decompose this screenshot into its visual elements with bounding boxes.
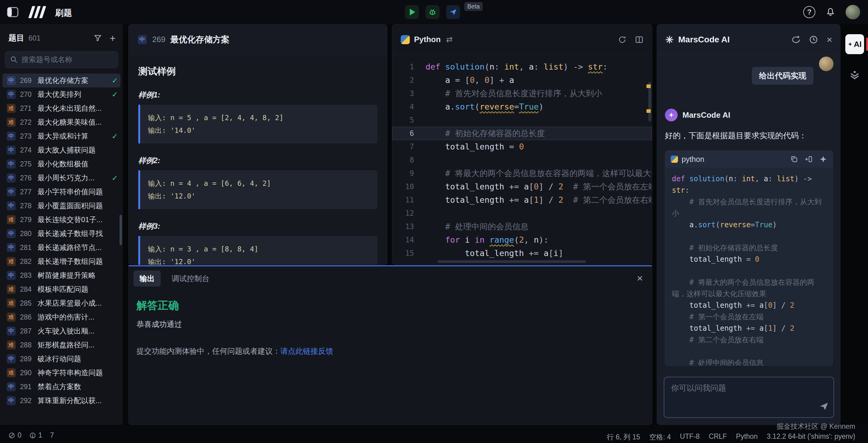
difficulty-badge: 中 xyxy=(7,76,16,85)
problem-list-item[interactable]: 难284模板串匹配问题 xyxy=(0,282,123,296)
errors-indicator[interactable]: 0 xyxy=(8,431,22,439)
code-line[interactable]: 6 # 初始化存储容器的总长度 xyxy=(392,127,652,140)
problem-list-item[interactable]: 中291禁着点方案数 xyxy=(0,380,123,394)
ai-toolbar-button[interactable]: AI xyxy=(845,34,864,54)
ai-code-line xyxy=(672,265,826,277)
status-item[interactable]: Python xyxy=(736,433,758,442)
problem-list-item[interactable]: 中292算珠重新分配以获... xyxy=(0,394,123,408)
problem-list-item[interactable]: 难290神奇字符串构造问题 xyxy=(0,366,123,380)
copy-code-icon[interactable] xyxy=(790,155,798,163)
problem-list-item[interactable]: 中283树苗健康提升策略 xyxy=(0,268,123,282)
problem-list-item[interactable]: 中289破冰行动问题 xyxy=(0,352,123,366)
line-number: 11 xyxy=(392,193,426,207)
code-line[interactable]: 7 total_length = 0 xyxy=(392,140,652,153)
search-input[interactable] xyxy=(22,55,115,64)
problem-list-item[interactable]: 难286游戏中的伤害计... xyxy=(0,310,123,324)
line-number: 6 xyxy=(392,127,426,140)
status-item[interactable]: 3.12.2 64-bit ('shims': pyenv) xyxy=(767,433,855,442)
problem-list-item[interactable]: 难271最大化未出现自然... xyxy=(0,101,123,115)
editor-horizontal-scrollbar[interactable] xyxy=(438,260,586,263)
status-item[interactable]: 行 6, 列 15 xyxy=(607,433,640,442)
code-token: ) -> xyxy=(795,175,816,183)
code-line[interactable]: 10 total_length += a[0] / 2 # 第一个会员放在左端 xyxy=(392,180,652,193)
split-editor-icon[interactable] xyxy=(635,35,644,44)
code-line[interactable]: 3 # 首先对会员信息长度进行排序，从大到小 xyxy=(392,87,652,100)
active-panel-indicator xyxy=(866,37,868,51)
code-line[interactable]: 13 # 处理中间的会员信息 xyxy=(392,220,652,233)
user-avatar[interactable] xyxy=(846,5,860,19)
problem-list-item[interactable]: 中275最小化数组极值 xyxy=(0,157,123,171)
problem-list-item[interactable]: 难272最大化糖果美味值... xyxy=(0,115,123,129)
feedback-link[interactable]: 请点此链接反馈 xyxy=(280,347,333,355)
sidebar-scrollbar[interactable] xyxy=(120,215,122,245)
status-item[interactable]: UTF-8 xyxy=(680,433,700,442)
debug-button[interactable] xyxy=(426,5,439,19)
reset-code-icon[interactable] xyxy=(618,35,626,44)
problem-list-item[interactable]: 难288矩形棋盘路径问... xyxy=(0,338,123,352)
help-icon[interactable]: ? xyxy=(803,6,815,18)
code-token: 2 xyxy=(519,235,524,245)
code-token: : xyxy=(685,186,689,195)
warnings-indicator[interactable]: 1 xyxy=(29,431,42,439)
code-line[interactable]: 11 total_length += a[1] / 2 # 第二个会员放在右端 xyxy=(392,193,652,207)
code-content: a.sort(reverse=True) xyxy=(426,100,652,114)
switch-language-icon[interactable]: ⇄ xyxy=(446,35,453,44)
code-line[interactable]: 1def solution(n: int, a: list) -> str: xyxy=(392,60,652,73)
problem-list-item[interactable]: 难285水果店果篮最小成... xyxy=(0,296,123,310)
ai-code-line: total_length = 0 xyxy=(672,254,826,265)
tab-python[interactable]: Python xyxy=(414,35,441,44)
run-button[interactable] xyxy=(405,5,419,19)
problem-list-item[interactable]: 中280最长递减子数组寻找 xyxy=(0,227,123,241)
code-line[interactable]: 14 for i in range(2, n): xyxy=(392,233,652,247)
code-token: 0 xyxy=(485,75,489,85)
difficulty-badge: 中 xyxy=(7,326,16,336)
marscode-ai-icon xyxy=(665,35,674,44)
code-line[interactable]: 9 # 将最大的两个会员信息放在容器的两端，这样可以最大化 xyxy=(392,167,652,180)
ai-code-line: # 初始化存储容器的总长度 xyxy=(672,242,826,254)
code-token: def xyxy=(426,62,445,71)
close-output-icon[interactable]: × xyxy=(637,273,643,283)
sidebar-toggle-button[interactable] xyxy=(6,5,19,19)
status-item[interactable]: 空格: 4 xyxy=(649,433,671,442)
code-token: n xyxy=(729,175,733,183)
problem-title: 最大化糖果美味值... xyxy=(37,118,118,127)
new-chat-icon[interactable] xyxy=(792,35,801,44)
tab-debug-console[interactable]: 调试控制台 xyxy=(172,274,210,284)
add-problem-icon[interactable]: + xyxy=(110,34,116,43)
problem-list-item[interactable]: 中270最大优美排列✓ xyxy=(0,88,123,101)
code-line[interactable]: 8 xyxy=(392,153,652,167)
ai-chat-input[interactable] xyxy=(664,377,834,418)
submit-button[interactable] xyxy=(446,5,460,19)
notifications-icon[interactable] xyxy=(826,7,835,17)
problem-list-item[interactable]: 中278最小覆盖圆面积问题 xyxy=(0,199,123,213)
problem-list-item[interactable]: 中273最大异或和计算✓ xyxy=(0,129,123,143)
apply-code-icon[interactable] xyxy=(819,155,827,163)
problem-title: 最优化存储方案 xyxy=(37,76,109,85)
code-token: total_length xyxy=(426,195,504,204)
insert-code-icon[interactable] xyxy=(805,155,813,163)
history-icon[interactable] xyxy=(809,35,818,44)
status-item[interactable]: CRLF xyxy=(709,433,727,442)
juejin-icon[interactable] xyxy=(849,70,860,81)
code-content: # 处理中间的会员信息 xyxy=(426,220,652,233)
problem-list-item[interactable]: 中281最长递减路径节点... xyxy=(0,241,123,254)
code-line[interactable]: 4 a.sort(reverse=True) xyxy=(392,100,652,114)
code-line[interactable]: 5 xyxy=(392,114,652,127)
problem-list-item[interactable]: 中269最优化存储方案✓ xyxy=(2,73,120,88)
code-line[interactable]: 15 total_length += a[i] xyxy=(392,247,652,260)
close-ai-panel-icon[interactable]: × xyxy=(827,35,832,44)
problem-list-item[interactable]: 难279最长连续交替01子... xyxy=(0,213,123,227)
problem-list-item[interactable]: 中287火车驶入驶出顺... xyxy=(0,324,123,338)
problem-list-item[interactable]: 中277最小字符串价值问题 xyxy=(0,185,123,199)
problem-list-item[interactable]: 中276最小周长巧克力...✓ xyxy=(0,171,123,185)
code-line[interactable]: 12 xyxy=(392,207,652,220)
tab-output[interactable]: 输出 xyxy=(133,271,161,287)
ports-indicator[interactable]: 7 xyxy=(50,431,54,439)
code-line[interactable]: 2 a = [0, 0] + a xyxy=(392,73,652,87)
problem-list-item[interactable]: 中274最大敌人捕获问题 xyxy=(0,143,123,157)
problem-id: 269 xyxy=(152,35,165,44)
send-icon[interactable] xyxy=(819,402,829,411)
problem-list-item[interactable]: 难282最长递增子数组问题 xyxy=(0,254,123,268)
filter-icon[interactable] xyxy=(94,34,102,42)
problem-title: 树苗健康提升策略 xyxy=(37,271,118,280)
